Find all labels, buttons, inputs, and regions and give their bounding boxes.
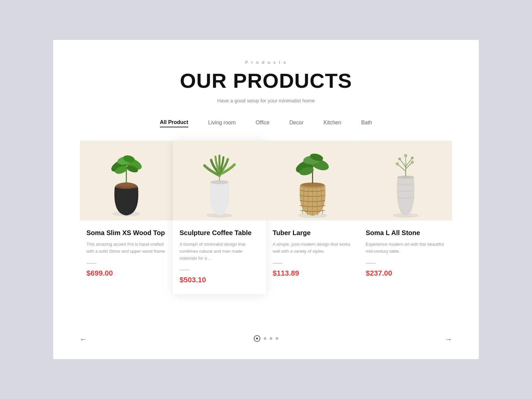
svg-point-34 (411, 161, 414, 164)
product-desc-p4: Experience modern art with this beautifu… (359, 241, 452, 255)
filter-tab-decor[interactable]: Decor (289, 120, 304, 127)
filter-tab-office[interactable]: Office (256, 120, 270, 127)
product-name-p3: Tuber Large (266, 228, 359, 237)
product-name-p2: Sculpture Coffee Table (173, 228, 266, 237)
product-image-p3 (266, 141, 359, 220)
filter-tabs: All ProductLiving roomOfficeDecorKitchen… (160, 119, 372, 127)
product-divider-p4 (366, 263, 376, 264)
product-divider-p3 (273, 263, 283, 264)
product-divider-p2 (180, 270, 190, 270)
section-label: P r o d u c t s (245, 60, 287, 65)
product-price-p2: $503.10 (173, 276, 266, 284)
product-price-p3: $113.89 (266, 269, 359, 278)
svg-point-37 (404, 154, 407, 157)
svg-point-36 (411, 157, 414, 159)
filter-tab-kitchen[interactable]: Kitchen (324, 120, 341, 127)
product-desc-p3: A simple, post-modern design that works … (266, 241, 359, 255)
product-card-p1[interactable]: Soma Slim XS Wood Top This amazing accen… (80, 141, 173, 294)
product-card-p3[interactable]: Tuber Large A simple, post-modern design… (266, 141, 359, 294)
product-divider-p1 (86, 263, 96, 264)
pagination-dot-1[interactable] (264, 337, 266, 340)
svg-point-33 (396, 162, 399, 166)
product-card-p4[interactable]: Soma L All Stone Experience modern art w… (359, 141, 452, 294)
main-window: P r o d u c t s OUR PRODUCTS Have a good… (53, 40, 479, 359)
product-desc-p1: This amazing accent Pot is hand-crafted … (80, 241, 173, 255)
product-card-p2[interactable]: Sculpture Coffee Table A triumph of mini… (173, 141, 266, 294)
filter-tab-living[interactable]: Living room (208, 120, 236, 127)
product-price-p1: $699.00 (80, 269, 173, 278)
pagination-dot-0[interactable] (254, 335, 260, 342)
product-name-p1: Soma Slim XS Wood Top (80, 228, 173, 237)
pagination-dot-2[interactable] (270, 337, 272, 340)
pagination-dot-3[interactable] (276, 337, 278, 340)
product-image-p1 (80, 141, 173, 220)
page-title: OUR PRODUCTS (180, 69, 352, 92)
filter-tab-all[interactable]: All Product (160, 119, 188, 127)
svg-point-38 (404, 163, 407, 165)
next-arrow-button[interactable]: → (445, 335, 452, 344)
product-name-p4: Soma L All Stone (359, 228, 452, 237)
svg-point-35 (398, 158, 401, 160)
filter-tab-bath[interactable]: Bath (361, 120, 372, 127)
product-price-p4: $237.00 (359, 269, 452, 278)
product-image-p4 (359, 141, 452, 220)
products-grid: Soma Slim XS Wood Top This amazing accen… (80, 141, 452, 294)
svg-point-9 (210, 180, 229, 184)
product-desc-p2: A triumph of minimalist design that comb… (173, 241, 266, 262)
pagination (254, 335, 278, 342)
page-subtitle: Have a good setup for your minimalist ho… (217, 98, 315, 103)
prev-arrow-button[interactable]: ← (80, 335, 87, 344)
product-image-p2 (173, 141, 266, 220)
